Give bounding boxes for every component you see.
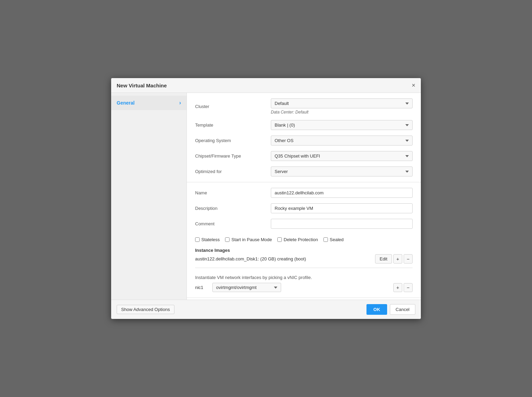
footer-right: OK Cancel [366, 304, 415, 315]
add-disk-button[interactable]: + [393, 254, 402, 264]
sealed-checkbox[interactable] [323, 237, 328, 242]
name-label: Name [195, 190, 271, 195]
description-label: Description [195, 206, 271, 211]
sidebar-item-label: General [117, 100, 135, 106]
comment-input[interactable] [271, 219, 413, 229]
name-row: Name [195, 188, 413, 198]
remove-nic-button[interactable]: − [404, 283, 413, 292]
name-input[interactable] [271, 188, 413, 198]
os-control: Other OS [271, 136, 413, 146]
ok-button[interactable]: OK [366, 304, 387, 315]
sealed-label: Sealed [330, 237, 343, 242]
delete-protection-checkbox-item[interactable]: Delete Protection [277, 237, 318, 242]
stateless-checkbox-item[interactable]: Stateless [195, 237, 220, 242]
description-control [271, 203, 413, 213]
instance-images-text: austin122.dellhcilab.com_Disk1: (20 GB) … [195, 256, 306, 261]
checkboxes-row: Stateless Start in Pause Mode Delete Pro… [195, 234, 413, 245]
cluster-control: Default Data Center: Default [271, 98, 413, 115]
sidebar: General › [111, 93, 187, 300]
chipset-label: Chipset/Firmware Type [195, 153, 271, 159]
chipset-control: Q35 Chipset with UEFI [271, 151, 413, 161]
name-control [271, 188, 413, 198]
nic-row: nic1 ovirtmgmt/ovirtmgmt + − [195, 283, 413, 292]
comment-label: Comment [195, 221, 271, 226]
cluster-select[interactable]: Default [271, 98, 413, 108]
chevron-right-icon: › [179, 100, 181, 106]
section-vm-settings: Cluster Default Data Center: Default Tem… [187, 93, 421, 182]
description-input[interactable] [271, 203, 413, 213]
cancel-button[interactable]: Cancel [390, 304, 415, 315]
stateless-label: Stateless [201, 237, 220, 242]
os-label: Operating System [195, 138, 271, 143]
chipset-select[interactable]: Q35 Chipset with UEFI [271, 151, 413, 161]
show-advanced-button[interactable]: Show Advanced Options [117, 305, 174, 314]
description-row: Description [195, 203, 413, 213]
start-pause-checkbox-item[interactable]: Start in Pause Mode [225, 237, 272, 242]
new-vm-dialog: New Virtual Machine × General › Cluster … [111, 78, 421, 319]
close-button[interactable]: × [412, 82, 415, 88]
start-pause-label: Start in Pause Mode [231, 237, 272, 242]
nic-section: Instantiate VM network interfaces by pic… [195, 272, 413, 292]
cluster-hint: Data Center: Default [271, 110, 413, 115]
delete-protection-checkbox[interactable] [277, 237, 282, 242]
comment-control [271, 219, 413, 229]
instance-images-section: Instance Images austin122.dellhcilab.com… [195, 245, 413, 264]
optimized-select[interactable]: Server [271, 167, 413, 176]
nic-name: nic1 [195, 285, 209, 290]
optimized-row: Optimized for Server [195, 167, 413, 176]
nic-hint: Instantiate VM network interfaces by pic… [195, 275, 413, 280]
template-label: Template [195, 122, 271, 128]
dialog-body: General › Cluster Default Data Center: D… [111, 93, 421, 300]
optimized-control: Server [271, 167, 413, 176]
nic-left: nic1 ovirtmgmt/ovirtmgmt [195, 283, 281, 292]
template-select[interactable]: Blank | (0) [271, 120, 413, 130]
section-vm-details: Name Description Comment [187, 182, 421, 298]
cluster-row: Cluster Default Data Center: Default [195, 98, 413, 115]
chipset-row: Chipset/Firmware Type Q35 Chipset with U… [195, 151, 413, 161]
instance-images-label: Instance Images [195, 248, 413, 253]
template-row: Template Blank | (0) [195, 120, 413, 130]
template-control: Blank | (0) [271, 120, 413, 130]
comment-row: Comment [195, 219, 413, 229]
optimized-label: Optimized for [195, 169, 271, 174]
instance-images-row: austin122.dellhcilab.com_Disk1: (20 GB) … [195, 254, 413, 264]
sealed-checkbox-item[interactable]: Sealed [323, 237, 343, 242]
os-select[interactable]: Other OS [271, 136, 413, 146]
start-pause-checkbox[interactable] [225, 237, 230, 242]
delete-protection-label: Delete Protection [284, 237, 318, 242]
section-divider [195, 268, 413, 268]
add-nic-button[interactable]: + [393, 283, 402, 292]
sidebar-item-general[interactable]: General › [111, 96, 187, 110]
nic-select[interactable]: ovirtmgmt/ovirtmgmt [212, 283, 281, 292]
remove-disk-button[interactable]: − [404, 254, 413, 264]
dialog-title: New Virtual Machine [117, 83, 167, 88]
instance-images-btn-group: Edit + − [375, 254, 413, 264]
os-row: Operating System Other OS [195, 136, 413, 146]
stateless-checkbox[interactable] [195, 237, 200, 242]
dialog-header: New Virtual Machine × [111, 78, 421, 93]
main-content: Cluster Default Data Center: Default Tem… [187, 93, 421, 300]
edit-disk-button[interactable]: Edit [375, 254, 392, 264]
dialog-footer: Show Advanced Options OK Cancel [111, 300, 421, 319]
nic-btn-group: + − [393, 283, 413, 292]
cluster-label: Cluster [195, 104, 271, 109]
